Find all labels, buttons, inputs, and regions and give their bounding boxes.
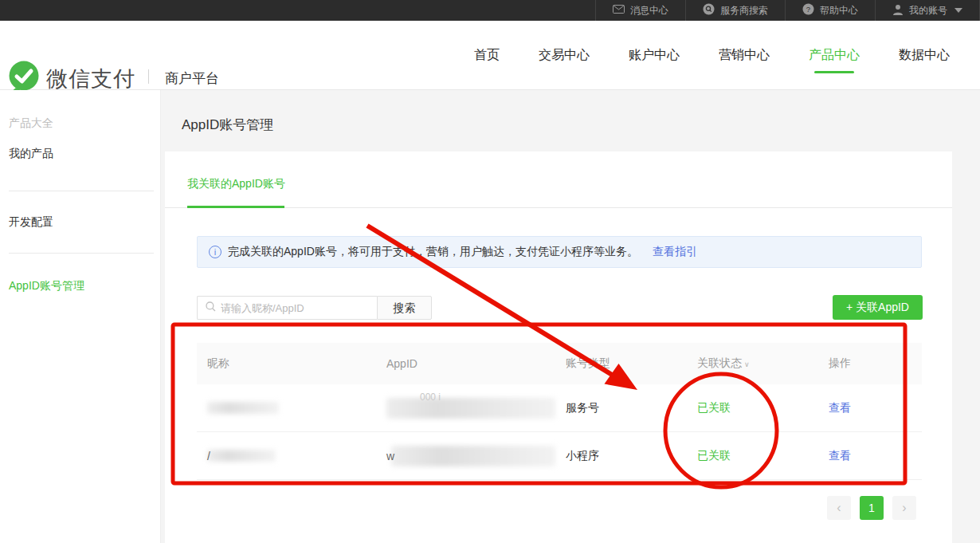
redacted-appid: 000 i <box>386 398 555 419</box>
topbar-item-label: 消息中心 <box>630 4 668 18</box>
search-input-wrapper <box>197 296 377 320</box>
page-title: AppID账号管理 <box>182 116 273 134</box>
topbar-item-label: 我的账号 <box>909 4 947 18</box>
nav-item-marketing-center[interactable]: 营销中心 <box>719 21 770 90</box>
table-header-row: 昵称 AppID 账号类型 关联状态∨ 操作 <box>197 343 922 384</box>
sidebar-item-appid-management[interactable]: AppID账号管理 <box>9 279 84 293</box>
view-guide-link[interactable]: 查看指引 <box>653 245 697 259</box>
active-tab-underline <box>187 206 284 208</box>
status-badge: 已关联 <box>687 401 818 415</box>
appid-table: 昵称 AppID 账号类型 关联状态∨ 操作 000 i 服务号 已关联 查看 … <box>197 343 922 480</box>
search-circle-icon <box>703 3 715 18</box>
nav-item-account-center[interactable]: 账户中心 <box>629 21 680 90</box>
wechat-pay-logo-icon <box>8 61 40 92</box>
topbar-item-my-account[interactable]: 我的账号 <box>875 0 980 21</box>
brand-name: 微信支付 <box>46 65 135 93</box>
brand-divider <box>148 69 149 84</box>
column-header-actions: 操作 <box>818 356 922 371</box>
topbar-item-provider-search[interactable]: 服务商搜索 <box>685 0 785 21</box>
redacted-nickname <box>207 402 376 414</box>
search-input[interactable] <box>221 302 364 314</box>
tab-bar: 我关联的AppID账号 <box>165 151 952 208</box>
notice-text: 完成关联的AppID账号，将可用于支付，营销，用户触达，支付凭证小程序等业务。 <box>228 245 638 259</box>
column-header-nickname: 昵称 <box>197 356 376 371</box>
svg-text:?: ? <box>806 5 810 14</box>
view-action-link[interactable]: 查看 <box>818 449 922 463</box>
sort-caret-icon: ∨ <box>744 360 750 368</box>
pagination: ‹ 1 › <box>827 496 916 520</box>
column-header-link-status[interactable]: 关联状态∨ <box>687 356 818 371</box>
chevron-down-icon <box>955 8 962 13</box>
sidebar: 产品大全 我的产品 开发配置 AppID账号管理 <box>0 90 161 543</box>
nav-item-home[interactable]: 首页 <box>474 21 500 90</box>
primary-nav: 首页 交易中心 账户中心 营销中心 产品中心 数据中心 <box>474 21 950 90</box>
top-utility-bar: 消息中心 服务商搜索 ? 帮助中心 我的账号 <box>0 0 980 21</box>
appid-fragment: w <box>386 450 394 462</box>
topbar-item-label: 服务商搜索 <box>720 4 768 18</box>
brand-subtitle: 商户平台 <box>165 69 219 88</box>
sidebar-divider <box>9 253 154 254</box>
search-button[interactable]: 搜索 <box>377 296 432 320</box>
redacted-nickname: / <box>207 450 376 462</box>
table-row: 000 i 服务号 已关联 查看 <box>197 384 922 432</box>
nav-item-data-center[interactable]: 数据中心 <box>899 21 950 90</box>
appid-fragment: 000 i <box>420 392 441 403</box>
question-circle-icon: ? <box>802 3 814 18</box>
table-row: / w 小程序 已关联 查看 <box>197 432 922 480</box>
column-header-appid: AppID <box>376 357 555 370</box>
nickname-fragment: / <box>207 450 210 462</box>
redacted-appid: w <box>386 446 555 466</box>
pagination-next-button[interactable]: › <box>892 496 916 520</box>
content-card: 我关联的AppID账号 i 完成关联的AppID账号，将可用于支付，营销，用户触… <box>165 151 952 543</box>
sidebar-section-label: 产品大全 <box>9 116 53 131</box>
pagination-page-1-button[interactable]: 1 <box>860 496 884 520</box>
info-icon: i <box>209 246 221 258</box>
user-icon <box>892 4 904 18</box>
sidebar-divider <box>9 191 154 191</box>
topbar-item-messages[interactable]: 消息中心 <box>595 0 685 21</box>
view-action-link[interactable]: 查看 <box>818 401 922 415</box>
main-header: 微信支付 商户平台 首页 交易中心 账户中心 营销中心 产品中心 数据中心 <box>0 21 980 90</box>
notice-banner: i 完成关联的AppID账号，将可用于支付，营销，用户触达，支付凭证小程序等业务… <box>197 236 922 268</box>
account-type-cell: 服务号 <box>555 401 687 415</box>
topbar-item-help[interactable]: ? 帮助中心 <box>785 0 875 21</box>
link-appid-button[interactable]: + 关联AppID <box>833 295 923 320</box>
nav-item-product-center[interactable]: 产品中心 <box>809 21 860 90</box>
topbar-item-label: 帮助中心 <box>820 4 858 18</box>
search-icon <box>206 301 216 315</box>
sidebar-item-my-products[interactable]: 我的产品 <box>9 147 53 161</box>
mail-icon <box>613 5 625 16</box>
nav-item-transaction-center[interactable]: 交易中心 <box>539 21 590 90</box>
pagination-prev-button[interactable]: ‹ <box>827 496 851 520</box>
column-header-account-type: 账号类型 <box>555 356 687 371</box>
tab-my-linked-appids[interactable]: 我关联的AppID账号 <box>187 177 285 191</box>
sidebar-item-dev-config[interactable]: 开发配置 <box>9 215 53 230</box>
account-type-cell: 小程序 <box>555 449 687 463</box>
status-badge: 已关联 <box>687 449 818 463</box>
